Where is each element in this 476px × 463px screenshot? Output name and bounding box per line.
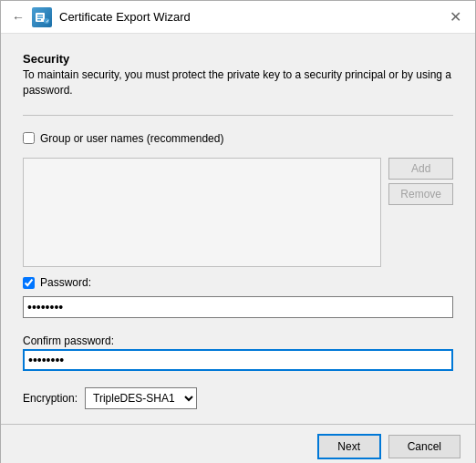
password-section: Password: bbox=[23, 276, 453, 325]
confirm-password-input-wrapper bbox=[23, 349, 453, 371]
svg-rect-1 bbox=[37, 15, 43, 16]
section-title: Security bbox=[23, 52, 453, 66]
encryption-label: Encryption: bbox=[23, 392, 78, 405]
back-button[interactable]: ← bbox=[12, 10, 25, 25]
group-list bbox=[23, 158, 381, 267]
remove-button[interactable]: Remove bbox=[388, 183, 453, 205]
password-input-wrapper bbox=[23, 296, 453, 318]
wizard-icon: ✓ bbox=[32, 7, 52, 27]
svg-rect-3 bbox=[37, 19, 41, 21]
confirm-password-input[interactable] bbox=[23, 349, 453, 371]
title-bar-left: ← ✓ Certificate Export Wizard bbox=[12, 7, 191, 27]
group-buttons: Add Remove bbox=[388, 158, 453, 267]
encryption-select[interactable]: TripleDES-SHA1 AES256-SHA256 bbox=[85, 387, 197, 409]
certificate-export-dialog: ← ✓ Certificate Export Wizard ✕ Security… bbox=[0, 0, 476, 463]
add-button[interactable]: Add bbox=[388, 158, 453, 180]
password-label[interactable]: Password: bbox=[40, 276, 91, 289]
group-checkbox[interactable] bbox=[23, 132, 35, 144]
svg-rect-2 bbox=[37, 16, 43, 18]
password-field-row: Password: bbox=[23, 276, 453, 291]
section-description: To maintain security, you must protect t… bbox=[23, 67, 453, 98]
group-checkbox-row: Group or user names (recommended) bbox=[23, 132, 453, 145]
dialog-title: Certificate Export Wizard bbox=[59, 10, 191, 24]
separator bbox=[23, 115, 453, 116]
password-checkbox[interactable] bbox=[23, 277, 35, 289]
group-checkbox-label[interactable]: Group or user names (recommended) bbox=[40, 132, 223, 145]
dialog-footer: Next Cancel bbox=[1, 424, 475, 463]
group-panel: Add Remove bbox=[23, 158, 453, 267]
cancel-button[interactable]: Cancel bbox=[388, 435, 460, 458]
title-bar: ← ✓ Certificate Export Wizard ✕ bbox=[1, 1, 475, 34]
svg-text:✓: ✓ bbox=[46, 18, 49, 24]
encryption-row: Encryption: TripleDES-SHA1 AES256-SHA256 bbox=[23, 387, 453, 409]
confirm-password-label: Confirm password: bbox=[23, 334, 453, 347]
next-button[interactable]: Next bbox=[317, 434, 381, 459]
security-heading: Security To maintain security, you must … bbox=[23, 52, 453, 106]
main-content: Security To maintain security, you must … bbox=[1, 34, 475, 424]
close-button[interactable]: ✕ bbox=[446, 8, 464, 26]
password-input[interactable] bbox=[23, 296, 453, 318]
confirm-password-section: Confirm password: bbox=[23, 334, 453, 378]
